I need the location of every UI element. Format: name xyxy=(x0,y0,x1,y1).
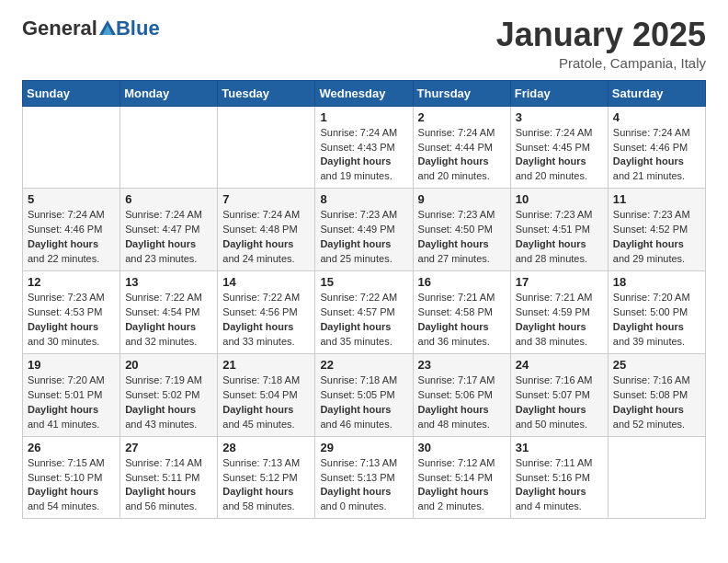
day-info: Sunrise: 7:24 AMSunset: 4:46 PMDaylight … xyxy=(613,126,700,185)
day-number: 2 xyxy=(418,110,506,124)
day-info: Sunrise: 7:24 AMSunset: 4:46 PMDaylight … xyxy=(28,208,115,267)
day-info: Sunrise: 7:24 AMSunset: 4:47 PMDaylight … xyxy=(125,208,212,267)
day-info: Sunrise: 7:17 AMSunset: 5:06 PMDaylight … xyxy=(418,373,506,432)
day-number: 28 xyxy=(222,441,310,454)
day-info: Sunrise: 7:16 AMSunset: 5:08 PMDaylight … xyxy=(613,373,700,432)
day-info: Sunrise: 7:14 AMSunset: 5:11 PMDaylight … xyxy=(125,456,212,515)
calendar-cell xyxy=(608,436,705,519)
logo-general-text: General xyxy=(22,17,97,40)
calendar-cell xyxy=(23,106,120,189)
page: General Blue January 2025 Pratole, Campa… xyxy=(0,0,728,563)
month-title: January 2025 xyxy=(496,17,706,53)
day-number: 13 xyxy=(125,275,212,289)
day-number: 27 xyxy=(125,441,212,454)
calendar-cell: 25Sunrise: 7:16 AMSunset: 5:08 PMDayligh… xyxy=(608,353,705,436)
day-number: 16 xyxy=(418,275,506,289)
calendar-cell: 28Sunrise: 7:13 AMSunset: 5:12 PMDayligh… xyxy=(218,436,315,519)
day-number: 14 xyxy=(222,275,310,289)
day-info: Sunrise: 7:12 AMSunset: 5:14 PMDaylight … xyxy=(418,456,506,515)
day-info: Sunrise: 7:21 AMSunset: 4:59 PMDaylight … xyxy=(516,291,603,350)
day-info: Sunrise: 7:22 AMSunset: 4:56 PMDaylight … xyxy=(222,291,310,350)
day-number: 29 xyxy=(320,441,407,454)
header-thursday: Thursday xyxy=(413,80,510,106)
day-info: Sunrise: 7:24 AMSunset: 4:45 PMDaylight … xyxy=(516,126,603,185)
day-number: 24 xyxy=(516,358,603,372)
day-info: Sunrise: 7:21 AMSunset: 4:58 PMDaylight … xyxy=(418,291,506,350)
calendar-row: 26Sunrise: 7:15 AMSunset: 5:10 PMDayligh… xyxy=(23,436,706,519)
day-info: Sunrise: 7:22 AMSunset: 4:57 PMDaylight … xyxy=(320,291,407,350)
day-info: Sunrise: 7:24 AMSunset: 4:43 PMDaylight … xyxy=(320,126,407,185)
day-number: 31 xyxy=(516,441,603,454)
weekday-header-row: Sunday Monday Tuesday Wednesday Thursday… xyxy=(23,80,706,106)
day-info: Sunrise: 7:23 AMSunset: 4:52 PMDaylight … xyxy=(613,208,700,267)
day-number: 19 xyxy=(28,358,115,372)
day-info: Sunrise: 7:18 AMSunset: 5:04 PMDaylight … xyxy=(222,373,310,432)
calendar-cell: 9Sunrise: 7:23 AMSunset: 4:50 PMDaylight… xyxy=(413,189,510,271)
header-wednesday: Wednesday xyxy=(315,80,413,106)
day-info: Sunrise: 7:13 AMSunset: 5:12 PMDaylight … xyxy=(222,456,310,515)
calendar-cell: 8Sunrise: 7:23 AMSunset: 4:49 PMDaylight… xyxy=(315,189,413,271)
day-number: 17 xyxy=(516,275,603,289)
calendar-table: Sunday Monday Tuesday Wednesday Thursday… xyxy=(22,80,706,520)
calendar-cell: 29Sunrise: 7:13 AMSunset: 5:13 PMDayligh… xyxy=(315,436,413,519)
calendar-cell: 10Sunrise: 7:23 AMSunset: 4:51 PMDayligh… xyxy=(510,189,608,271)
logo-icon xyxy=(99,19,116,36)
logo: General Blue xyxy=(22,17,160,40)
calendar-cell: 4Sunrise: 7:24 AMSunset: 4:46 PMDaylight… xyxy=(608,106,705,189)
day-number: 12 xyxy=(28,275,115,289)
day-info: Sunrise: 7:18 AMSunset: 5:05 PMDaylight … xyxy=(320,373,407,432)
header: General Blue January 2025 Pratole, Campa… xyxy=(0,0,728,80)
day-number: 25 xyxy=(613,358,700,372)
calendar-cell: 3Sunrise: 7:24 AMSunset: 4:45 PMDaylight… xyxy=(510,106,608,189)
title-block: January 2025 Pratole, Campania, Italy xyxy=(496,17,706,71)
day-number: 15 xyxy=(320,275,407,289)
day-number: 1 xyxy=(320,110,407,124)
calendar-cell: 11Sunrise: 7:23 AMSunset: 4:52 PMDayligh… xyxy=(608,189,705,271)
calendar-cell: 13Sunrise: 7:22 AMSunset: 4:54 PMDayligh… xyxy=(120,271,218,354)
day-info: Sunrise: 7:15 AMSunset: 5:10 PMDaylight … xyxy=(28,456,115,515)
calendar-cell: 23Sunrise: 7:17 AMSunset: 5:06 PMDayligh… xyxy=(413,353,510,436)
day-number: 8 xyxy=(320,192,407,206)
day-info: Sunrise: 7:20 AMSunset: 5:00 PMDaylight … xyxy=(613,291,700,350)
calendar-cell: 12Sunrise: 7:23 AMSunset: 4:53 PMDayligh… xyxy=(23,271,120,354)
calendar-cell: 16Sunrise: 7:21 AMSunset: 4:58 PMDayligh… xyxy=(413,271,510,354)
calendar-cell: 18Sunrise: 7:20 AMSunset: 5:00 PMDayligh… xyxy=(608,271,705,354)
logo-blue-text: Blue xyxy=(116,17,160,40)
calendar-cell: 2Sunrise: 7:24 AMSunset: 4:44 PMDaylight… xyxy=(413,106,510,189)
day-number: 30 xyxy=(418,441,506,454)
day-info: Sunrise: 7:23 AMSunset: 4:49 PMDaylight … xyxy=(320,208,407,267)
day-number: 18 xyxy=(613,275,700,289)
day-info: Sunrise: 7:23 AMSunset: 4:50 PMDaylight … xyxy=(418,208,506,267)
day-info: Sunrise: 7:20 AMSunset: 5:01 PMDaylight … xyxy=(28,373,115,432)
calendar-cell: 5Sunrise: 7:24 AMSunset: 4:46 PMDaylight… xyxy=(23,189,120,271)
calendar-row: 5Sunrise: 7:24 AMSunset: 4:46 PMDaylight… xyxy=(23,189,706,271)
header-sunday: Sunday xyxy=(23,80,120,106)
calendar-cell: 26Sunrise: 7:15 AMSunset: 5:10 PMDayligh… xyxy=(23,436,120,519)
header-friday: Friday xyxy=(510,80,608,106)
day-number: 20 xyxy=(125,358,212,372)
calendar-cell: 19Sunrise: 7:20 AMSunset: 5:01 PMDayligh… xyxy=(23,353,120,436)
day-number: 11 xyxy=(613,192,700,206)
calendar-row: 19Sunrise: 7:20 AMSunset: 5:01 PMDayligh… xyxy=(23,353,706,436)
calendar-cell: 7Sunrise: 7:24 AMSunset: 4:48 PMDaylight… xyxy=(218,189,315,271)
day-number: 6 xyxy=(125,192,212,206)
day-number: 3 xyxy=(516,110,603,124)
day-number: 22 xyxy=(320,358,407,372)
calendar-row: 1Sunrise: 7:24 AMSunset: 4:43 PMDaylight… xyxy=(23,106,706,189)
day-info: Sunrise: 7:11 AMSunset: 5:16 PMDaylight … xyxy=(516,456,603,515)
day-info: Sunrise: 7:19 AMSunset: 5:02 PMDaylight … xyxy=(125,373,212,432)
calendar-cell: 17Sunrise: 7:21 AMSunset: 4:59 PMDayligh… xyxy=(510,271,608,354)
day-info: Sunrise: 7:13 AMSunset: 5:13 PMDaylight … xyxy=(320,456,407,515)
day-number: 7 xyxy=(222,192,310,206)
calendar-cell: 20Sunrise: 7:19 AMSunset: 5:02 PMDayligh… xyxy=(120,353,218,436)
day-number: 5 xyxy=(28,192,115,206)
calendar-cell: 6Sunrise: 7:24 AMSunset: 4:47 PMDaylight… xyxy=(120,189,218,271)
header-saturday: Saturday xyxy=(608,80,705,106)
calendar-cell: 21Sunrise: 7:18 AMSunset: 5:04 PMDayligh… xyxy=(218,353,315,436)
day-info: Sunrise: 7:24 AMSunset: 4:44 PMDaylight … xyxy=(418,126,506,185)
day-number: 9 xyxy=(418,192,506,206)
day-number: 21 xyxy=(222,358,310,372)
calendar-cell xyxy=(218,106,315,189)
day-info: Sunrise: 7:22 AMSunset: 4:54 PMDaylight … xyxy=(125,291,212,350)
day-info: Sunrise: 7:16 AMSunset: 5:07 PMDaylight … xyxy=(516,373,603,432)
